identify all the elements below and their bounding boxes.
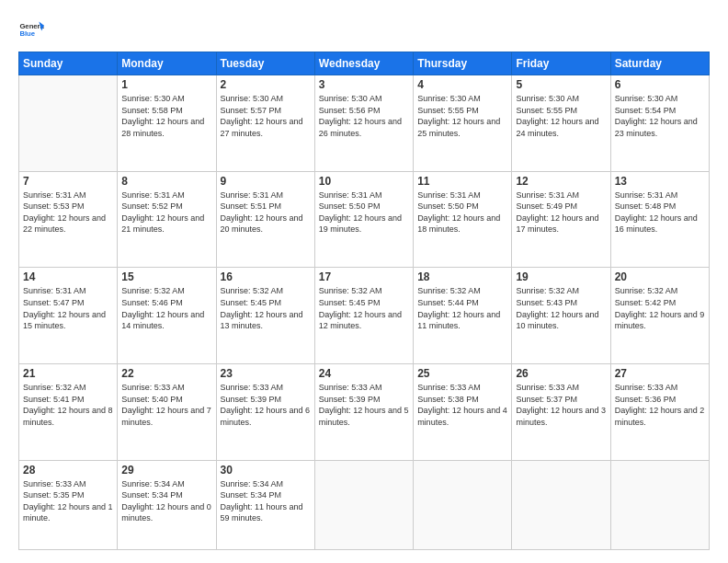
calendar-cell	[414, 460, 512, 549]
calendar-cell: 3Sunrise: 5:30 AMSunset: 5:56 PMDaylight…	[314, 75, 413, 172]
weekday-header-saturday: Saturday	[610, 52, 709, 75]
calendar-cell	[19, 75, 118, 172]
calendar-cell: 1Sunrise: 5:30 AMSunset: 5:58 PMDaylight…	[118, 75, 216, 172]
cell-info: Sunrise: 5:33 AMSunset: 5:40 PMDaylight:…	[121, 382, 211, 428]
calendar-cell	[314, 460, 413, 549]
calendar-cell: 21Sunrise: 5:32 AMSunset: 5:41 PMDayligh…	[19, 363, 118, 460]
calendar-cell: 5Sunrise: 5:30 AMSunset: 5:55 PMDaylight…	[512, 75, 610, 172]
day-number: 6	[615, 78, 705, 91]
day-number: 27	[615, 367, 705, 380]
calendar-cell: 28Sunrise: 5:33 AMSunset: 5:35 PMDayligh…	[19, 460, 118, 549]
cell-info: Sunrise: 5:31 AMSunset: 5:51 PMDaylight:…	[221, 190, 311, 236]
cell-info: Sunrise: 5:33 AMSunset: 5:39 PMDaylight:…	[319, 382, 409, 428]
day-number: 14	[23, 270, 113, 283]
cell-info: Sunrise: 5:31 AMSunset: 5:52 PMDaylight:…	[121, 190, 211, 236]
calendar-cell: 29Sunrise: 5:34 AMSunset: 5:34 PMDayligh…	[118, 460, 216, 549]
calendar-cell: 11Sunrise: 5:31 AMSunset: 5:50 PMDayligh…	[414, 171, 512, 268]
week-row-0: 1Sunrise: 5:30 AMSunset: 5:58 PMDaylight…	[19, 75, 710, 172]
day-number: 12	[516, 175, 606, 188]
day-number: 29	[121, 464, 211, 477]
cell-info: Sunrise: 5:34 AMSunset: 5:34 PMDaylight:…	[121, 478, 211, 524]
weekday-header-tuesday: Tuesday	[216, 52, 314, 75]
cell-info: Sunrise: 5:33 AMSunset: 5:36 PMDaylight:…	[615, 382, 705, 428]
cell-info: Sunrise: 5:31 AMSunset: 5:49 PMDaylight:…	[516, 190, 606, 236]
cell-info: Sunrise: 5:33 AMSunset: 5:39 PMDaylight:…	[221, 382, 311, 428]
cell-info: Sunrise: 5:33 AMSunset: 5:38 PMDaylight:…	[417, 382, 507, 428]
cell-info: Sunrise: 5:33 AMSunset: 5:37 PMDaylight:…	[516, 382, 606, 428]
week-row-2: 14Sunrise: 5:31 AMSunset: 5:47 PMDayligh…	[19, 268, 710, 364]
cell-info: Sunrise: 5:32 AMSunset: 5:45 PMDaylight:…	[319, 285, 409, 331]
day-number: 10	[319, 175, 409, 188]
calendar-cell: 7Sunrise: 5:31 AMSunset: 5:53 PMDaylight…	[19, 171, 118, 268]
cell-info: Sunrise: 5:32 AMSunset: 5:43 PMDaylight:…	[516, 285, 606, 331]
calendar-cell: 23Sunrise: 5:33 AMSunset: 5:39 PMDayligh…	[216, 363, 314, 460]
cell-info: Sunrise: 5:32 AMSunset: 5:41 PMDaylight:…	[23, 382, 113, 428]
calendar-cell	[512, 460, 610, 549]
week-row-4: 28Sunrise: 5:33 AMSunset: 5:35 PMDayligh…	[19, 460, 710, 549]
day-number: 30	[221, 464, 311, 477]
day-number: 9	[221, 175, 311, 188]
day-number: 21	[23, 367, 113, 380]
weekday-header-friday: Friday	[512, 52, 610, 75]
calendar-cell: 25Sunrise: 5:33 AMSunset: 5:38 PMDayligh…	[414, 363, 512, 460]
day-number: 19	[516, 270, 606, 283]
page: General Blue SundayMondayTuesdayWednesda…	[0, 0, 728, 563]
weekday-header-wednesday: Wednesday	[314, 52, 413, 75]
day-number: 3	[319, 78, 409, 91]
day-number: 15	[121, 270, 211, 283]
day-number: 13	[615, 175, 705, 188]
calendar-cell: 8Sunrise: 5:31 AMSunset: 5:52 PMDaylight…	[118, 171, 216, 268]
cell-info: Sunrise: 5:31 AMSunset: 5:53 PMDaylight:…	[23, 190, 113, 236]
cell-info: Sunrise: 5:33 AMSunset: 5:35 PMDaylight:…	[23, 478, 113, 524]
cell-info: Sunrise: 5:30 AMSunset: 5:55 PMDaylight:…	[417, 93, 507, 139]
cell-info: Sunrise: 5:31 AMSunset: 5:47 PMDaylight:…	[23, 285, 113, 331]
day-number: 22	[121, 367, 211, 380]
weekday-header-monday: Monday	[118, 52, 216, 75]
day-number: 11	[417, 175, 507, 188]
calendar-cell: 13Sunrise: 5:31 AMSunset: 5:48 PMDayligh…	[610, 171, 709, 268]
cell-info: Sunrise: 5:30 AMSunset: 5:54 PMDaylight:…	[615, 93, 705, 139]
calendar-cell: 4Sunrise: 5:30 AMSunset: 5:55 PMDaylight…	[414, 75, 512, 172]
day-number: 16	[221, 270, 311, 283]
weekday-header-sunday: Sunday	[19, 52, 118, 75]
day-number: 2	[221, 78, 311, 91]
svg-text:Blue: Blue	[19, 29, 35, 38]
calendar-cell: 2Sunrise: 5:30 AMSunset: 5:57 PMDaylight…	[216, 75, 314, 172]
calendar-cell: 9Sunrise: 5:31 AMSunset: 5:51 PMDaylight…	[216, 171, 314, 268]
cell-info: Sunrise: 5:30 AMSunset: 5:55 PMDaylight:…	[516, 93, 606, 139]
cell-info: Sunrise: 5:30 AMSunset: 5:58 PMDaylight:…	[121, 93, 211, 139]
cell-info: Sunrise: 5:32 AMSunset: 5:42 PMDaylight:…	[615, 285, 705, 331]
cell-info: Sunrise: 5:32 AMSunset: 5:44 PMDaylight:…	[417, 285, 507, 331]
cell-info: Sunrise: 5:31 AMSunset: 5:50 PMDaylight:…	[319, 190, 409, 236]
calendar-cell: 16Sunrise: 5:32 AMSunset: 5:45 PMDayligh…	[216, 268, 314, 364]
logo-icon: General Blue	[18, 17, 44, 42]
day-number: 28	[23, 464, 113, 477]
calendar-cell: 12Sunrise: 5:31 AMSunset: 5:49 PMDayligh…	[512, 171, 610, 268]
calendar-cell: 15Sunrise: 5:32 AMSunset: 5:46 PMDayligh…	[118, 268, 216, 364]
day-number: 18	[417, 270, 507, 283]
day-number: 25	[417, 367, 507, 380]
calendar-cell: 26Sunrise: 5:33 AMSunset: 5:37 PMDayligh…	[512, 363, 610, 460]
day-number: 23	[221, 367, 311, 380]
calendar-cell: 20Sunrise: 5:32 AMSunset: 5:42 PMDayligh…	[610, 268, 709, 364]
calendar-cell	[610, 460, 709, 549]
day-number: 4	[417, 78, 507, 91]
calendar-cell: 6Sunrise: 5:30 AMSunset: 5:54 PMDaylight…	[610, 75, 709, 172]
day-number: 8	[121, 175, 211, 188]
logo: General Blue	[18, 17, 44, 42]
day-number: 5	[516, 78, 606, 91]
cell-info: Sunrise: 5:31 AMSunset: 5:48 PMDaylight:…	[615, 190, 705, 236]
calendar-cell: 19Sunrise: 5:32 AMSunset: 5:43 PMDayligh…	[512, 268, 610, 364]
calendar-table: SundayMondayTuesdayWednesdayThursdayFrid…	[18, 52, 710, 550]
week-row-3: 21Sunrise: 5:32 AMSunset: 5:41 PMDayligh…	[19, 363, 710, 460]
day-number: 17	[319, 270, 409, 283]
weekday-header-thursday: Thursday	[414, 52, 512, 75]
cell-info: Sunrise: 5:32 AMSunset: 5:45 PMDaylight:…	[221, 285, 311, 331]
cell-info: Sunrise: 5:31 AMSunset: 5:50 PMDaylight:…	[417, 190, 507, 236]
calendar-cell: 24Sunrise: 5:33 AMSunset: 5:39 PMDayligh…	[314, 363, 413, 460]
calendar-cell: 17Sunrise: 5:32 AMSunset: 5:45 PMDayligh…	[314, 268, 413, 364]
calendar-cell: 30Sunrise: 5:34 AMSunset: 5:34 PMDayligh…	[216, 460, 314, 549]
header: General Blue	[18, 17, 710, 42]
day-number: 24	[319, 367, 409, 380]
day-number: 20	[615, 270, 705, 283]
